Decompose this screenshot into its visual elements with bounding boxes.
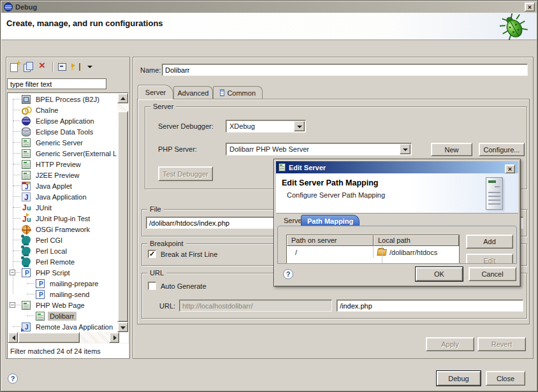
scroll-track[interactable] (80, 332, 109, 343)
scroll-thumb[interactable] (117, 111, 128, 322)
tree-item[interactable]: − Generic Server(External La (8, 148, 117, 159)
scroll-track[interactable] (117, 103, 128, 111)
tree-item-label: PHP Script (34, 268, 72, 277)
php-server-select[interactable]: Dolibarr PHP Web Server (226, 143, 412, 156)
server-icon (279, 163, 286, 171)
dialog-titlebar[interactable]: Edit Server × (276, 161, 518, 173)
name-input[interactable] (162, 64, 528, 76)
tree-item[interactable]: − JUnit (8, 202, 117, 213)
tree-item[interactable]: − Java Application (8, 191, 117, 202)
tab-advanced[interactable]: Advanced (173, 86, 213, 99)
test-debugger-button[interactable]: Test Debugger (158, 166, 213, 181)
add-mapping-button[interactable]: Add (466, 235, 513, 249)
break-at-first-line-checkbox[interactable]: ✓ (148, 250, 156, 258)
path-mapping-row[interactable]: / /dolibarr/htdocs (287, 246, 459, 258)
eclipse-icon (4, 3, 13, 11)
scroll-thumb[interactable] (18, 332, 80, 343)
scroll-left-button[interactable] (8, 332, 18, 343)
tree-item[interactable]: − Perl Local (8, 245, 117, 256)
path-on-server-header[interactable]: Path on server (287, 235, 374, 246)
configure-server-button[interactable]: Configure... (479, 143, 525, 156)
tree-item[interactable]: − Chaîne (8, 105, 117, 115)
url-label: URL: (159, 302, 175, 310)
tree-item[interactable]: − Eclipse Data Tools (8, 126, 117, 137)
php-server-label: PHP Server: (158, 145, 197, 153)
cancel-button[interactable]: Cancel (469, 267, 516, 281)
dialog-tab-path-mapping[interactable]: Path Mapping (301, 215, 360, 226)
tree-item[interactable]: − PHP Script (8, 267, 117, 278)
tree-item[interactable]: − Generic Server (8, 137, 117, 148)
tree-vertical-scrollbar[interactable] (117, 93, 128, 332)
tree-item-icon (22, 203, 31, 212)
scroll-down-button[interactable] (117, 322, 128, 332)
dialog-heading: Edit Server Path Mapping (282, 178, 378, 187)
tree-item[interactable]: − Dolibarr (8, 310, 117, 321)
window-close-button[interactable]: × (525, 3, 535, 11)
tree-item[interactable]: − HTTP Preview (8, 159, 117, 170)
tree-item[interactable]: − BPEL Process (B2J) (8, 94, 117, 105)
tree-item-icon (22, 323, 31, 331)
debug-button[interactable]: Debug (437, 371, 481, 386)
tree-item-icon (36, 312, 45, 321)
tree-item-icon (22, 106, 31, 115)
path-on-server-cell: / (287, 246, 374, 258)
apply-button[interactable]: Apply (426, 337, 474, 351)
collapse-expander-icon[interactable]: − (10, 270, 15, 275)
tree-item-label: Java Application (34, 192, 89, 201)
local-path-header[interactable]: Local path (374, 235, 459, 246)
tree-item-icon (22, 149, 31, 158)
tree-item[interactable]: − Java Applet (8, 180, 117, 191)
tree-horizontal-scrollbar[interactable] (8, 332, 119, 343)
window-titlebar[interactable]: Debug × (1, 1, 537, 13)
edit-mapping-button[interactable]: Edit (466, 254, 513, 264)
tree-item-label: PHP Web Page (34, 301, 87, 310)
filter-input[interactable] (7, 78, 106, 89)
auto-generate-checkbox[interactable] (148, 282, 156, 290)
tree-item-icon (22, 182, 31, 191)
tree-item[interactable]: − OSGi Framework (8, 224, 117, 235)
server-debugger-select[interactable]: XDebug (226, 120, 306, 133)
url-path-input[interactable] (337, 300, 523, 312)
tab-common[interactable]: Common (213, 86, 263, 99)
tab-server[interactable]: Server (138, 85, 173, 99)
tree-item[interactable]: − PHP Web Page (8, 300, 117, 310)
configurations-tree: − BPEL Process (B2J) − Chaîne − Eclipse … (7, 92, 129, 344)
tab-server-label: Server (145, 89, 166, 96)
duplicate-configuration-icon[interactable] (22, 61, 35, 73)
tree-item[interactable]: − JUnit Plug-in Test (8, 213, 117, 224)
collapse-expander-icon[interactable]: − (10, 302, 15, 308)
debug-bug-icon (498, 13, 529, 40)
scroll-up-button[interactable] (117, 93, 128, 103)
tree-item[interactable]: − Perl Remote (8, 256, 117, 267)
dialog-help-icon[interactable]: ? (283, 269, 293, 279)
filter-icon[interactable] (70, 61, 83, 73)
chevron-down-icon[interactable] (400, 144, 411, 154)
new-server-button[interactable]: New (431, 143, 472, 156)
ok-button[interactable]: OK (416, 267, 463, 281)
tree-item-icon (22, 247, 31, 256)
help-icon[interactable]: ? (8, 374, 18, 384)
tree-item[interactable]: − mailing-send (8, 289, 117, 300)
dialog-title: Edit Server (289, 164, 326, 171)
delete-configuration-icon[interactable] (36, 61, 49, 73)
tree-item[interactable]: − J2EE Preview (8, 170, 117, 180)
tree-item[interactable]: − Remote Java Application (8, 321, 117, 332)
chevron-down-icon[interactable] (294, 121, 305, 131)
sidebar-toolbar (8, 59, 92, 75)
revert-button[interactable]: Revert (477, 337, 526, 351)
filter-menu-dropdown-icon[interactable] (84, 61, 92, 73)
close-button[interactable]: Close (486, 371, 525, 386)
tree-item[interactable]: − Eclipse Application (8, 115, 117, 126)
tree-item-icon (22, 268, 31, 277)
scroll-right-button[interactable] (109, 332, 119, 343)
tree-item[interactable]: − Perl CGI (8, 235, 117, 245)
tree-item-label: Chaîne (34, 106, 60, 115)
new-configuration-icon[interactable] (8, 61, 21, 73)
name-label: Name: (140, 66, 161, 74)
collapse-all-icon[interactable] (56, 61, 69, 73)
tree-item[interactable]: − mailing-prepare (8, 278, 117, 289)
dialog-banner: Edit Server Path Mapping Configure Serve… (276, 173, 518, 214)
tree-item-icon (22, 117, 31, 126)
toolbar-separator (52, 62, 53, 72)
dialog-close-button[interactable]: × (505, 164, 515, 173)
